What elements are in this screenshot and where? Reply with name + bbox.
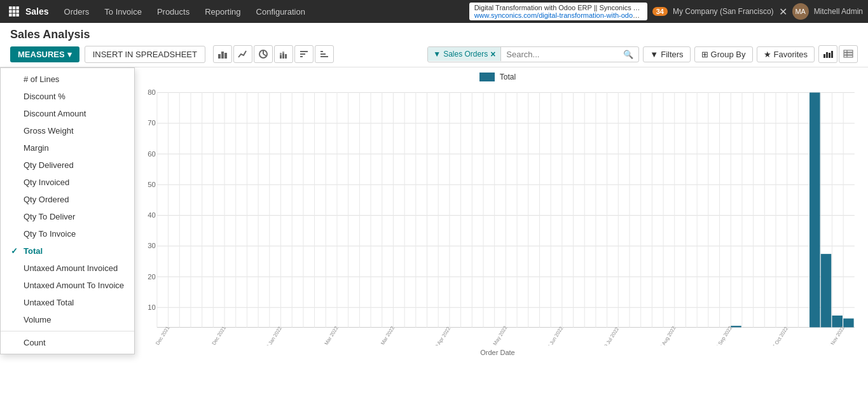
svg-rect-4 bbox=[13, 10, 16, 13]
measures-item-gross_weight[interactable]: Gross Weight bbox=[1, 122, 134, 139]
svg-rect-5 bbox=[16, 10, 19, 13]
x-axis-label: Order Date bbox=[137, 349, 858, 356]
page-title: Sales Analysis bbox=[10, 28, 858, 41]
search-tag-close[interactable]: × bbox=[490, 49, 495, 59]
search-icon[interactable]: 🔍 bbox=[618, 47, 638, 62]
groupby-icon: ⊞ bbox=[701, 50, 708, 59]
measures-dropdown-icon: ▾ bbox=[67, 50, 72, 59]
measures-item-qty_invoiced[interactable]: Qty Invoiced bbox=[1, 174, 134, 191]
company-name: My Company (San Francisco) bbox=[673, 7, 774, 16]
svg-rect-28 bbox=[829, 53, 830, 58]
chart-svg: 80 70 60 50 40 30 20 10 01 Dec 202131 De… bbox=[137, 87, 858, 345]
nav-products[interactable]: Products bbox=[149, 3, 197, 20]
main-content: # of LinesDiscount %Discount AmountGross… bbox=[0, 67, 868, 391]
desc-sort-button[interactable] bbox=[294, 45, 313, 63]
filters-button[interactable]: ▼ Filters bbox=[643, 46, 690, 62]
svg-rect-10 bbox=[221, 52, 224, 59]
svg-text:30: 30 bbox=[148, 242, 156, 249]
notification-badge[interactable]: 34 bbox=[652, 7, 668, 16]
chart-bar-51 bbox=[731, 326, 741, 327]
svg-rect-2 bbox=[16, 6, 19, 10]
nav-configuration[interactable]: Configuration bbox=[249, 3, 313, 20]
svg-rect-16 bbox=[280, 53, 282, 55]
measures-item-qty_ordered[interactable]: Qty Ordered bbox=[1, 191, 134, 208]
svg-rect-6 bbox=[9, 13, 12, 17]
svg-rect-32 bbox=[844, 55, 853, 57]
measures-item-untaxed_invoiced[interactable]: Untaxed Amount Invoiced bbox=[1, 260, 134, 277]
svg-text:29 Jul 2022: 29 Jul 2022 bbox=[602, 326, 620, 345]
asc-sort-button[interactable] bbox=[315, 45, 334, 63]
svg-text:40: 40 bbox=[148, 212, 156, 219]
measures-item-lines[interactable]: # of Lines bbox=[1, 71, 134, 88]
pie-chart-button[interactable] bbox=[254, 45, 273, 63]
measures-item-qty_to_deliver[interactable]: Qty To Deliver bbox=[1, 208, 134, 225]
svg-rect-26 bbox=[823, 54, 825, 58]
filter-icon: ▼ bbox=[433, 50, 441, 59]
view-buttons bbox=[818, 45, 858, 63]
right-toolbar: ▼ Sales Orders × 🔍 ▼ Filters ⊞ Group By … bbox=[427, 45, 858, 63]
search-bar: ▼ Sales Orders × 🔍 bbox=[427, 46, 639, 62]
search-input[interactable] bbox=[501, 47, 618, 62]
measures-dropdown: # of LinesDiscount %Discount AmountGross… bbox=[0, 67, 135, 354]
svg-rect-8 bbox=[16, 13, 19, 17]
line-chart-button[interactable] bbox=[233, 45, 252, 63]
measures-button[interactable]: MEASURES ▾ bbox=[10, 46, 79, 62]
table-view-button[interactable] bbox=[839, 45, 858, 63]
svg-text:01 Dec 2021: 01 Dec 2021 bbox=[151, 325, 171, 345]
svg-rect-9 bbox=[218, 54, 221, 59]
app-name[interactable]: Sales bbox=[25, 6, 49, 17]
svg-rect-17 bbox=[282, 53, 284, 59]
nav-icons: ✕ bbox=[779, 6, 787, 18]
svg-rect-0 bbox=[9, 6, 12, 10]
favorites-label: Favorites bbox=[774, 50, 808, 59]
legend-label-total: Total bbox=[500, 73, 516, 81]
tools-icon[interactable]: ✕ bbox=[779, 6, 787, 18]
svg-text:60: 60 bbox=[148, 150, 156, 157]
bar-chart-button[interactable] bbox=[213, 45, 232, 63]
measures-item-untaxed_to_invoice[interactable]: Untaxed Amount To Invoice bbox=[1, 277, 134, 294]
svg-text:10: 10 bbox=[148, 303, 156, 310]
stacked-chart-button[interactable] bbox=[274, 45, 293, 63]
nav-menu: Orders To Invoice Products Reporting Con… bbox=[57, 3, 467, 20]
app-grid-icon[interactable] bbox=[5, 3, 23, 20]
svg-text:31 Dec 2021: 31 Dec 2021 bbox=[207, 325, 228, 345]
nav-orders[interactable]: Orders bbox=[57, 3, 97, 20]
chart-type-buttons bbox=[213, 45, 334, 63]
svg-rect-15 bbox=[280, 55, 282, 59]
svg-rect-29 bbox=[831, 51, 833, 58]
svg-rect-27 bbox=[826, 52, 828, 58]
measures-item-discount_amount[interactable]: Discount Amount bbox=[1, 105, 134, 122]
measures-item-qty_to_invoice[interactable]: Qty To Invoice bbox=[1, 225, 134, 242]
measures-item-volume[interactable]: Volume bbox=[1, 311, 134, 328]
nav-right: Digital Transformation with Odoo ERP || … bbox=[469, 3, 863, 20]
svg-text:27 Oct 2022: 27 Oct 2022 bbox=[770, 326, 790, 345]
chart-view-button[interactable] bbox=[818, 45, 837, 63]
measures-item-total[interactable]: ✓Total bbox=[1, 242, 134, 260]
page-header: Sales Analysis MEASURES ▾ INSERT IN SPRE… bbox=[0, 23, 868, 67]
nav-to-invoice[interactable]: To Invoice bbox=[97, 3, 149, 20]
avatar[interactable]: MA bbox=[792, 3, 809, 20]
browser-bar: Digital Transformation with Odoo ERP || … bbox=[469, 3, 647, 20]
measures-item-discount_pct[interactable]: Discount % bbox=[1, 88, 134, 105]
filter-funnel-icon: ▼ bbox=[650, 50, 658, 59]
svg-rect-30 bbox=[844, 50, 853, 52]
svg-rect-11 bbox=[224, 53, 227, 59]
measures-item-qty_delivered[interactable]: Qty Delivered bbox=[1, 157, 134, 174]
star-icon: ★ bbox=[764, 50, 771, 59]
measures-item-margin[interactable]: Margin bbox=[1, 139, 134, 157]
svg-rect-19 bbox=[285, 54, 287, 59]
svg-rect-18 bbox=[282, 52, 284, 53]
svg-text:29 Jun 2022: 29 Jun 2022 bbox=[545, 326, 565, 345]
insert-spreadsheet-button[interactable]: INSERT IN SPREADSHEET bbox=[85, 46, 205, 63]
chart-bar-59 bbox=[821, 254, 831, 327]
chart-bar-58 bbox=[809, 92, 820, 327]
chart-area: 80 70 60 50 40 30 20 10 01 Dec 202131 De… bbox=[137, 87, 858, 374]
nav-reporting[interactable]: Reporting bbox=[197, 3, 248, 20]
measures-label: MEASURES bbox=[18, 50, 65, 59]
svg-text:20: 20 bbox=[148, 273, 156, 280]
favorites-button[interactable]: ★ Favorites bbox=[757, 46, 815, 62]
measures-item-untaxed_total[interactable]: Untaxed Total bbox=[1, 294, 134, 311]
groupby-button[interactable]: ⊞ Group By bbox=[694, 46, 753, 62]
measures-item-count[interactable]: Count bbox=[1, 334, 134, 351]
svg-rect-1 bbox=[13, 6, 16, 10]
